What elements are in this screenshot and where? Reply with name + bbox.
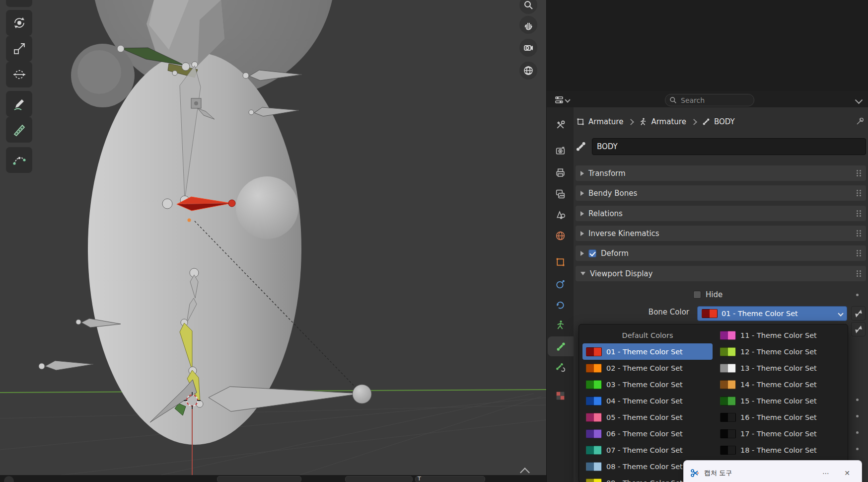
dropdown-item-17[interactable]: 17 - Theme Color Set [717,425,847,442]
panel-inverse-kinematics[interactable]: Inverse Kinematics [576,226,866,241]
grid-gizmo-button[interactable] [519,62,537,80]
tab-object[interactable] [548,252,573,272]
animate-dot[interactable] [856,431,859,434]
hide-checkbox[interactable] [693,291,701,299]
view-layer-icon [555,188,566,200]
decorator-button[interactable] [851,306,866,321]
magnifier-icon [522,0,534,11]
dropdown-item-07[interactable]: 07 - Theme Color Set [582,442,713,458]
tool-scale-button[interactable] [6,36,32,62]
tab-world[interactable] [548,226,573,245]
tool-transform-button[interactable] [6,62,32,87]
pin-icon [855,116,865,126]
dropdown-item-13[interactable]: 13 - Theme Color Set [717,360,847,376]
bone-color-dropdown-button[interactable]: 01 - Theme Color Set [697,306,847,321]
dropdown-item-18[interactable]: 18 - Theme Color Set [717,442,847,458]
dropdown-item-12[interactable]: 12 - Theme Color Set [717,343,847,360]
color-swatch [586,397,602,405]
timeline-field[interactable] [345,476,413,482]
panel-relations[interactable]: Relations [576,206,866,221]
tool-annotate-button[interactable] [6,91,32,117]
tool-rotate-button[interactable] [6,10,32,36]
breadcrumb-armature-data[interactable]: Armature [639,117,686,126]
timeline-field[interactable]: T [415,476,485,482]
tab-bone-constraints[interactable] [548,357,573,377]
panel-bendy-bones[interactable]: Bendy Bones [576,185,866,201]
dropdown-item-11[interactable]: 11 - Theme Color Set [717,327,847,343]
tool-measure-button[interactable] [6,117,32,143]
panel-deform[interactable]: Deform [576,245,866,261]
timeline-marker: T [418,476,421,482]
bone-icon [575,141,587,153]
grid-sphere-icon [522,65,534,77]
color-swatch [586,380,602,389]
color-swatch [720,413,736,422]
color-swatch [586,479,602,482]
tool-select-button[interactable] [6,0,32,7]
search-input[interactable] [680,96,746,105]
panel-transform[interactable]: Transform [576,165,866,181]
editor-type-button[interactable] [550,93,573,106]
dropdown-item-01[interactable]: 01 - Theme Color Set [582,343,713,360]
search-box[interactable] [665,94,754,106]
tool-curve-pen-button[interactable] [6,147,32,173]
tab-view-layer[interactable] [548,184,573,204]
bone-name-field[interactable] [592,138,866,155]
tab-object-constraints[interactable] [548,295,573,315]
breadcrumb-label: Armature [651,117,686,126]
deform-checkbox[interactable] [588,249,596,257]
drag-handle-icon[interactable] [857,270,861,277]
toast-close-button[interactable]: ✕ [839,469,856,477]
drag-handle-icon[interactable] [857,170,861,177]
drag-handle-icon[interactable] [857,250,861,257]
dropdown-item-14[interactable]: 14 - Theme Color Set [717,376,847,393]
dropdown-item-06[interactable]: 06 - Theme Color Set [582,425,713,442]
drag-handle-icon[interactable] [857,210,861,217]
pan-gizmo-button[interactable] [519,16,537,34]
timeline-editor-icon[interactable] [4,476,14,482]
dropdown-item-03[interactable]: 03 - Theme Color Set [582,376,713,393]
tab-physics[interactable] [548,274,573,294]
dropdown-item-04[interactable]: 04 - Theme Color Set [582,393,713,409]
color-swatch [720,397,736,405]
tab-render[interactable] [548,141,573,161]
tab-texture[interactable] [548,386,573,405]
tool-icon [555,119,566,131]
tab-scene[interactable] [548,204,573,224]
chevron-down-icon [580,272,585,275]
header-menu-button[interactable] [852,94,865,105]
pin-toggle-button[interactable] [855,116,865,126]
timeline-field[interactable] [217,476,301,482]
tab-armature-data[interactable] [548,315,573,335]
tab-output[interactable] [548,162,573,182]
dropdown-item-05[interactable]: 05 - Theme Color Set [582,409,713,425]
breadcrumb-object[interactable]: Armature [576,117,623,126]
tab-bone[interactable] [548,336,574,356]
breadcrumb-bone[interactable]: BODY [702,117,735,126]
toast-more-button[interactable]: ⋯ [817,469,834,477]
animate-dot[interactable] [856,415,859,417]
viewport-canvas[interactable] [0,0,546,482]
chevron-right-icon [580,171,584,176]
panel-label: Bendy Bones [588,189,637,198]
dropdown-item-15[interactable]: 15 - Theme Color Set [717,393,847,409]
panel-viewport-display[interactable]: Viewport Display [576,266,866,281]
tab-tool[interactable] [548,115,573,135]
animate-dot[interactable] [856,399,859,401]
bone-color-value: 01 - Theme Color Set [722,310,835,318]
snipping-toast[interactable]: 캡처 도구 ⋯ ✕ [683,460,862,482]
blender-window: { "colors": { "accent": "#4772b3", "sele… [0,0,868,482]
animate-dot[interactable] [856,448,859,450]
color-swatch [586,462,602,471]
dropdown-item-02[interactable]: 02 - Theme Color Set [582,360,713,376]
camera-gizmo-button[interactable] [519,39,537,57]
3d-viewport[interactable]: T [0,0,546,482]
decorator-button[interactable] [851,322,866,336]
color-swatch [720,347,736,356]
bone-icon [555,341,567,352]
dropdown-section-header: Default Colors [582,327,713,343]
animate-dot[interactable] [856,294,859,296]
drag-handle-icon[interactable] [857,190,861,197]
dropdown-item-16[interactable]: 16 - Theme Color Set [717,409,847,425]
drag-handle-icon[interactable] [857,230,861,237]
